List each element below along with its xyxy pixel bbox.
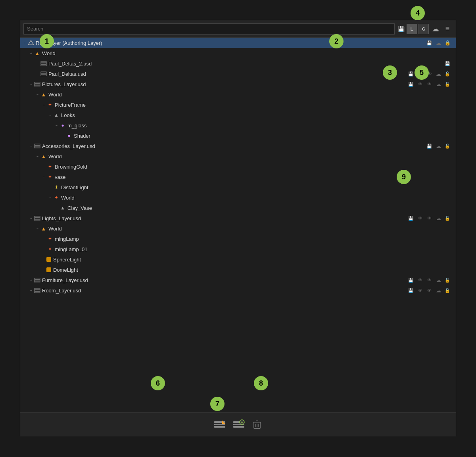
expand-btn[interactable]: ＋	[28, 50, 34, 56]
lock-btn[interactable]	[443, 80, 452, 88]
list-item[interactable]: ＋ Room_Layer.usd	[20, 285, 456, 296]
item-indent: － Lights_Layer.usd	[20, 215, 407, 222]
cloud-btn[interactable]	[434, 214, 443, 223]
list-item[interactable]: － Pictures_Layer.usd	[20, 79, 456, 89]
list-item[interactable]: － Accessories_Layer.usd	[20, 141, 456, 151]
expand-btn[interactable]: －	[41, 102, 46, 108]
item-name: DistantLight	[61, 184, 88, 190]
eye-btn[interactable]	[416, 276, 424, 284]
mesh-icon: ✦	[46, 235, 54, 242]
root-expand-btn[interactable]: －	[22, 40, 27, 46]
save-btn[interactable]	[425, 142, 434, 150]
layer-file-icon	[40, 60, 47, 67]
save-btn[interactable]	[443, 59, 452, 68]
eye-btn[interactable]	[416, 214, 424, 223]
list-item[interactable]: ● Shader	[20, 131, 456, 141]
toolbar-icons: 💾 L G ☁ ≡	[397, 24, 453, 34]
expand-btn[interactable]: －	[47, 112, 53, 118]
list-item[interactable]: － ▲ World	[20, 223, 456, 234]
lock-btn[interactable]	[443, 214, 452, 223]
list-item[interactable]: ✦ mingLamp_01	[20, 244, 456, 254]
eye-btn[interactable]	[416, 286, 424, 295]
annotation-badge-5: 5	[415, 65, 429, 80]
save-btn[interactable]	[407, 286, 415, 295]
annotation-badge-4: 4	[411, 6, 425, 20]
save-btn[interactable]	[407, 276, 415, 284]
cloud-icon[interactable]: ☁	[430, 24, 441, 34]
lock-btn[interactable]	[443, 69, 452, 78]
list-item[interactable]: － ✦ PictureFrame	[20, 100, 456, 110]
lock-btn[interactable]	[443, 276, 452, 284]
menu-icon[interactable]: ≡	[442, 24, 453, 34]
item-name: m_glass	[67, 123, 86, 129]
btn-g[interactable]: G	[418, 24, 429, 34]
list-item[interactable]: － ▲ World	[20, 89, 456, 100]
save-btn[interactable]	[407, 69, 415, 78]
eye2-btn[interactable]	[425, 276, 434, 284]
cloud-btn[interactable]	[434, 286, 443, 295]
eye2-btn[interactable]	[425, 214, 434, 223]
open-layer-button[interactable]	[212, 417, 228, 432]
lock-btn[interactable]	[443, 142, 452, 150]
root-layer-row[interactable]: － Root Layer (Authoring Layer) 🔒	[20, 38, 456, 48]
list-item[interactable]: － Lights_Layer.usd	[20, 213, 456, 223]
root-cloud-btn[interactable]	[434, 38, 443, 47]
list-item[interactable]: － ▲ Looks	[20, 110, 456, 120]
svg-rect-19	[35, 288, 40, 290]
item-name: PictureFrame	[55, 102, 86, 108]
item-name: World	[42, 50, 56, 56]
list-item[interactable]: － ✦ vase	[20, 172, 456, 182]
annotation-badge-6: 6	[151, 376, 165, 390]
list-item[interactable]: DomeLight	[20, 265, 456, 275]
list-item[interactable]: － ● m_glass	[20, 120, 456, 131]
svg-rect-28	[233, 426, 244, 428]
list-item[interactable]: － ✦ World	[20, 192, 456, 203]
root-lock-btn[interactable]: 🔒	[443, 38, 452, 47]
expand-btn[interactable]: －	[47, 195, 53, 200]
svg-rect-10	[35, 144, 40, 145]
save-icon[interactable]: 💾	[397, 25, 405, 33]
btn-l[interactable]: L	[407, 24, 417, 34]
root-save-btn[interactable]	[425, 38, 434, 47]
add-layer-button[interactable]: +	[231, 417, 247, 432]
delete-layer-button[interactable]	[250, 417, 264, 432]
list-item[interactable]: － ▲ World	[20, 151, 456, 161]
cloud-btn[interactable]	[434, 276, 443, 284]
save-btn[interactable]	[407, 214, 415, 223]
item-name: World	[48, 92, 62, 98]
svg-rect-24	[214, 426, 225, 428]
expand-btn[interactable]: －	[35, 92, 40, 97]
list-item[interactable]: ＋ Furniture_Layer.usd	[20, 275, 456, 285]
search-input[interactable]	[23, 23, 395, 35]
root-layer-icon	[27, 39, 35, 46]
row-actions	[407, 214, 454, 223]
item-name: World	[48, 154, 62, 159]
cloud-btn[interactable]	[434, 142, 443, 150]
list-item[interactable]: ▲ Clay_Vase	[20, 203, 456, 213]
cloud-btn[interactable]	[434, 80, 443, 88]
svg-rect-1	[41, 61, 46, 63]
list-item[interactable]: SphereLight	[20, 254, 456, 265]
list-item[interactable]: ✦ BrowningGold	[20, 161, 456, 172]
expand-btn[interactable]: －	[54, 123, 59, 128]
expand-btn[interactable]: ＋	[28, 288, 34, 293]
expand-btn[interactable]: －	[35, 154, 40, 159]
cloud-btn[interactable]	[434, 69, 443, 78]
lock-btn[interactable]	[443, 286, 452, 295]
svg-rect-4	[41, 72, 46, 73]
expand-btn[interactable]: －	[28, 143, 34, 149]
list-item[interactable]: ☀ DistantLight	[20, 182, 456, 192]
list-item[interactable]: ✦ mingLamp	[20, 234, 456, 244]
save-btn[interactable]	[407, 80, 415, 88]
row-actions	[407, 80, 454, 88]
eye2-btn[interactable]	[425, 286, 434, 295]
list-item[interactable]: ＋ ▲ World	[20, 48, 456, 58]
expand-btn[interactable]: －	[28, 81, 34, 87]
expand-btn[interactable]: －	[35, 226, 40, 231]
item-indent: Paul_Deltas_2.usd	[20, 60, 443, 67]
eye-btn[interactable]	[416, 80, 424, 88]
expand-btn[interactable]: －	[41, 174, 46, 180]
eye2-btn[interactable]	[425, 80, 434, 88]
expand-btn[interactable]: ＋	[28, 277, 34, 283]
expand-btn[interactable]: －	[28, 215, 34, 221]
